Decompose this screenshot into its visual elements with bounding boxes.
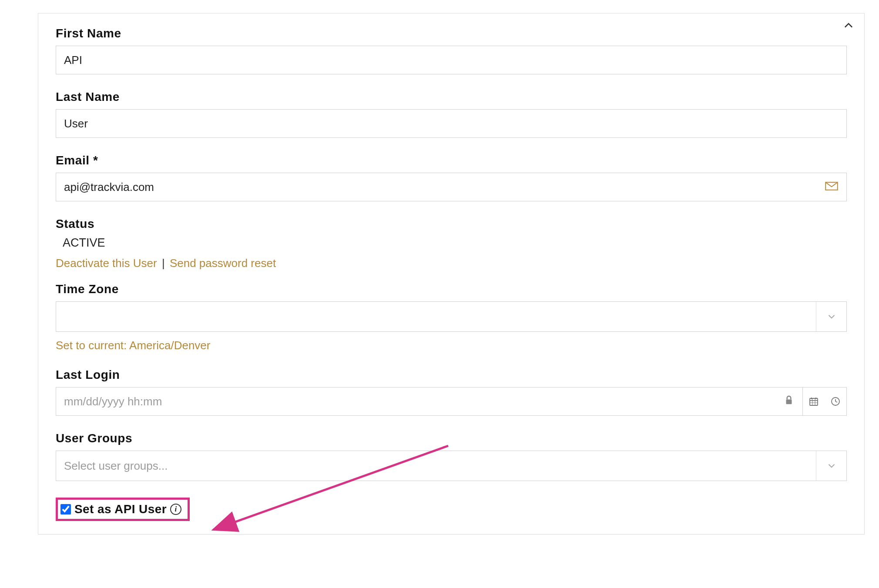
set-as-api-user-checkbox[interactable] bbox=[60, 504, 71, 514]
first-name-label: First Name bbox=[56, 27, 847, 40]
collapse-toggle[interactable] bbox=[842, 20, 855, 32]
email-input-wrap bbox=[56, 173, 847, 201]
time-zone-group: Time Zone Set to current: America/Denver bbox=[56, 282, 847, 352]
user-groups-group: User Groups Select user groups... bbox=[56, 431, 847, 481]
first-name-group: First Name bbox=[56, 27, 847, 74]
lock-icon bbox=[783, 394, 795, 409]
last-login-placeholder: mm/dd/yyyy hh:mm bbox=[64, 395, 162, 408]
clock-button[interactable] bbox=[825, 388, 846, 415]
svg-line-11 bbox=[835, 401, 837, 402]
last-login-group: Last Login mm/dd/yyyy hh:mm bbox=[56, 368, 847, 416]
last-login-wrap: mm/dd/yyyy hh:mm bbox=[56, 387, 847, 416]
last-name-group: Last Name bbox=[56, 90, 847, 138]
status-group: Status ACTIVE Deactivate this User | Sen… bbox=[56, 217, 847, 270]
link-separator: | bbox=[162, 257, 165, 270]
time-zone-label: Time Zone bbox=[56, 282, 847, 296]
last-login-label: Last Login bbox=[56, 368, 847, 382]
last-name-label: Last Name bbox=[56, 90, 847, 104]
calendar-icon bbox=[809, 396, 819, 407]
time-zone-select[interactable] bbox=[56, 301, 847, 332]
send-password-reset-link[interactable]: Send password reset bbox=[170, 257, 276, 270]
status-label: Status bbox=[56, 217, 847, 231]
user-groups-placeholder: Select user groups... bbox=[56, 459, 816, 473]
email-label: Email * bbox=[56, 154, 847, 167]
time-zone-dropdown-handle[interactable] bbox=[816, 302, 846, 331]
user-form-panel: First Name Last Name Email * Status ACTI… bbox=[38, 13, 865, 535]
envelope-icon bbox=[825, 182, 838, 192]
svg-rect-2 bbox=[810, 398, 818, 405]
email-input[interactable] bbox=[56, 173, 847, 201]
user-groups-dropdown-handle[interactable] bbox=[816, 451, 846, 481]
set-current-timezone-link[interactable]: Set to current: America/Denver bbox=[56, 339, 210, 352]
status-links: Deactivate this User | Send password res… bbox=[56, 257, 847, 270]
chevron-down-icon bbox=[826, 311, 837, 322]
chevron-up-icon bbox=[842, 20, 855, 32]
email-group: Email * bbox=[56, 154, 847, 201]
deactivate-user-link[interactable]: Deactivate this User bbox=[56, 257, 157, 270]
set-as-api-user-row: Set as API User i bbox=[56, 498, 190, 521]
last-login-input: mm/dd/yyyy hh:mm bbox=[56, 387, 803, 416]
status-value: ACTIVE bbox=[63, 236, 847, 250]
info-icon[interactable]: i bbox=[170, 504, 181, 515]
user-groups-label: User Groups bbox=[56, 431, 847, 445]
first-name-input[interactable] bbox=[56, 46, 847, 74]
svg-rect-1 bbox=[786, 399, 792, 404]
clock-icon bbox=[830, 396, 841, 407]
user-groups-select[interactable]: Select user groups... bbox=[56, 451, 847, 481]
set-as-api-user-label: Set as API User bbox=[74, 502, 167, 516]
calendar-button[interactable] bbox=[803, 388, 825, 415]
chevron-down-icon bbox=[826, 460, 837, 471]
last-name-input[interactable] bbox=[56, 109, 847, 138]
last-login-buttons bbox=[803, 387, 847, 416]
